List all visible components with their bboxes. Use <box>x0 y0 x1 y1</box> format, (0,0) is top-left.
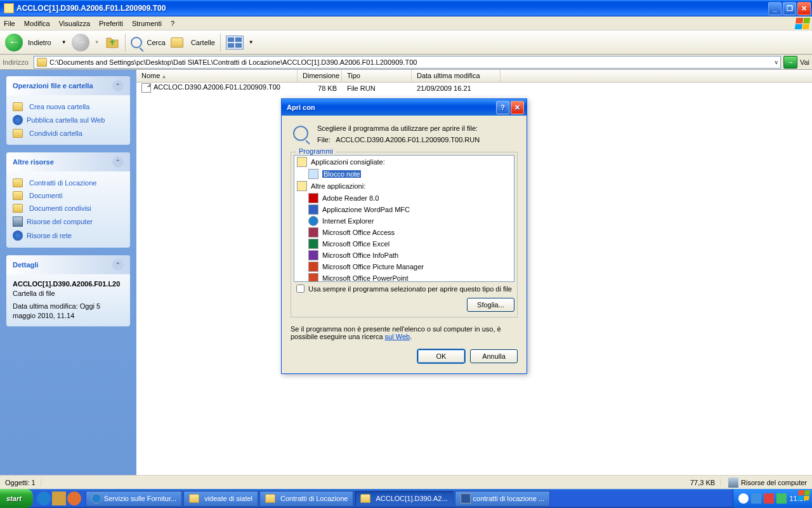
documents-link[interactable]: Documenti <box>13 189 124 202</box>
file-row[interactable]: ACCLOC.D390.A2006.F01.L200909.T00 78 KB … <box>136 83 812 93</box>
details-modified: Data ultima modifica: Oggi 5 maggio 2010… <box>13 302 124 321</box>
folders-label[interactable]: Cartelle <box>191 39 215 46</box>
address-path: C:\Documents and Settings\pc\Desktop\Dat… <box>49 58 417 66</box>
menu-edit[interactable]: Modifica <box>24 20 50 27</box>
tray-icon[interactable] <box>776 493 787 504</box>
network-link[interactable]: Risorse di rete <box>13 229 124 243</box>
back-label[interactable]: Indietro <box>28 39 51 46</box>
forward-button[interactable]: → <box>72 34 89 51</box>
back-dropdown[interactable]: ▼ <box>62 39 67 45</box>
program-powerpoint[interactable]: Microsoft Office PowerPoint <box>294 272 514 282</box>
menu-tools[interactable]: Strumenti <box>132 20 162 27</box>
globe-icon <box>13 115 23 125</box>
my-computer-link[interactable]: Risorse del computer <box>13 215 124 229</box>
collapse-icon[interactable]: ⌃ <box>112 80 124 91</box>
notepad-icon <box>308 169 318 179</box>
status-location: Risorse del computer <box>741 479 807 486</box>
word-icon <box>461 493 471 504</box>
always-use-label: Usa sempre il programma selezionato per … <box>308 285 512 293</box>
taskbar: start Servizio sulle Fornitur... videate… <box>0 489 812 508</box>
program-infopath[interactable]: Microsoft Office InfoPath <box>294 250 514 261</box>
column-headers: Nome Dimensione Tipo Data ultima modific… <box>136 70 812 83</box>
folder-icon <box>4 3 14 13</box>
quick-launch <box>33 491 85 505</box>
taskbar-item-current[interactable]: ACCLOC[1].D390.A2... <box>355 491 453 507</box>
program-list[interactable]: Applicazioni consigliate: Blocco note Al… <box>294 155 514 282</box>
go-button[interactable]: → <box>783 56 797 69</box>
back-button[interactable]: ← <box>5 34 23 51</box>
details-header: Dettagli <box>13 261 38 269</box>
new-folder-link[interactable]: Crea nuova cartella <box>13 100 124 113</box>
program-notepad[interactable]: Blocco note <box>294 168 514 180</box>
menu-favorites[interactable]: Preferiti <box>99 20 123 27</box>
minimize-button[interactable]: _ <box>768 2 782 15</box>
taskbar-item-folder1[interactable]: videate di siatel <box>183 491 258 507</box>
go-label[interactable]: Vai <box>800 58 809 66</box>
ie-icon <box>91 493 102 504</box>
collapse-icon[interactable]: ⌃ <box>112 156 124 168</box>
group-icon <box>297 181 307 191</box>
menu-file[interactable]: File <box>4 20 15 27</box>
program-picmgr[interactable]: Microsoft Office Picture Manager <box>294 261 514 272</box>
dialog-help-button[interactable]: ? <box>496 101 509 114</box>
adobe-icon <box>308 193 318 203</box>
taskbar-item-ie[interactable]: Servizio sulle Fornitur... <box>86 491 182 507</box>
window-titlebar: ACCLOC[1].D390.A2006.F01.L200909.T00 _ ❐… <box>0 0 812 17</box>
shared-docs-link[interactable]: Documenti condivisi <box>13 202 124 215</box>
taskbar-item-word[interactable]: contratti di locazione ... <box>455 491 551 507</box>
col-type[interactable]: Tipo <box>342 70 412 82</box>
program-access[interactable]: Microsoft Office Access <box>294 227 514 238</box>
desktop-icon[interactable] <box>52 491 66 505</box>
always-use-checkbox[interactable] <box>296 284 304 293</box>
program-excel[interactable]: Microsoft Office Excel <box>294 238 514 250</box>
status-bar: Oggetti: 1 77,3 KB Risorse del computer <box>0 475 812 489</box>
program-wordpad[interactable]: Applicazione WordPad MFC <box>294 204 514 215</box>
window-title: ACCLOC[1].D390.A2006.F01.L200909.T00 <box>16 4 767 13</box>
tray-icon[interactable] <box>738 493 749 504</box>
file-name: ACCLOC.D390.A2006.F01.L200909.T00.RUN <box>336 136 480 144</box>
media-icon[interactable] <box>67 491 81 505</box>
col-size[interactable]: Dimensione <box>298 70 342 82</box>
publish-web-link[interactable]: Pubblica cartella sul Web <box>13 113 124 127</box>
tray-icon[interactable] <box>751 493 761 504</box>
group-icon <box>297 157 307 167</box>
collapse-icon[interactable]: ⌃ <box>112 259 124 271</box>
start-button[interactable]: start <box>0 489 33 508</box>
share-folder-link[interactable]: Condividi cartella <box>13 127 124 140</box>
search-icon[interactable] <box>131 37 142 48</box>
address-dropdown[interactable]: v <box>775 59 778 65</box>
folders-icon[interactable] <box>171 37 183 48</box>
menu-help[interactable]: ? <box>171 20 174 27</box>
parent-folder-link[interactable]: Contratti di Locazione <box>13 177 124 189</box>
browse-button[interactable]: Sfoglia... <box>467 298 514 312</box>
views-button[interactable] <box>226 36 244 50</box>
up-folder-button[interactable] <box>105 35 120 50</box>
dialog-close-button[interactable]: ✕ <box>511 101 524 114</box>
infopath-icon <box>308 250 318 260</box>
col-name[interactable]: Nome <box>136 70 298 82</box>
status-objects: Oggetti: 1 <box>0 479 41 486</box>
web-search-link[interactable]: sul Web <box>385 333 410 340</box>
program-ie[interactable]: Internet Explorer <box>294 215 514 227</box>
menu-view[interactable]: Visualizza <box>59 20 90 27</box>
cancel-button[interactable]: Annulla <box>470 349 518 363</box>
dialog-title: Apri con <box>287 104 495 111</box>
views-dropdown[interactable]: ▼ <box>249 39 254 45</box>
other-places-box: Altre risorse⌃ Contratti di Locazione Do… <box>6 152 130 248</box>
programs-group: Programmi Applicazioni consigliate: Bloc… <box>291 152 518 318</box>
windows-logo-icon <box>795 18 811 29</box>
maximize-button[interactable]: ❐ <box>783 2 796 15</box>
program-adobe[interactable]: Adobe Reader 8.0 <box>294 192 514 204</box>
dialog-titlebar[interactable]: Apri con ? ✕ <box>282 99 527 116</box>
forward-dropdown[interactable]: ▼ <box>95 39 100 45</box>
ie-icon[interactable] <box>37 491 51 505</box>
taskbar-item-folder2[interactable]: Contratti di Locazione <box>259 491 353 507</box>
ok-button[interactable]: OK <box>417 349 465 363</box>
close-button[interactable]: ✕ <box>797 2 811 15</box>
details-box: Dettagli⌃ ACCLOC[1].D390.A2006.F01.L20 C… <box>6 255 130 326</box>
col-date[interactable]: Data ultima modifica <box>412 70 501 82</box>
address-input[interactable]: C:\Documents and Settings\pc\Desktop\Dat… <box>34 56 781 69</box>
search-label[interactable]: Cerca <box>147 39 166 46</box>
details-type: Cartella di file <box>13 289 124 298</box>
tray-icon[interactable] <box>764 493 774 504</box>
